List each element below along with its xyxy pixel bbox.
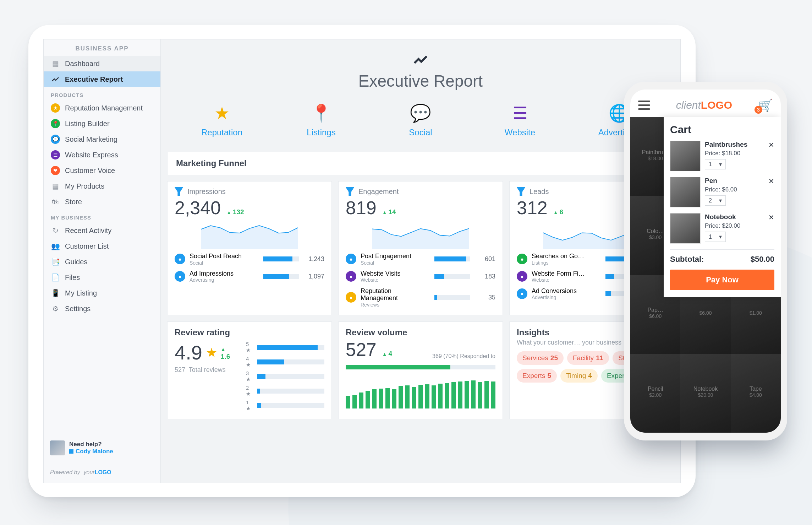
- sidebar-item-label: Executive Report: [65, 75, 123, 83]
- nav-icon: 📑: [51, 257, 60, 266]
- chevron-down-icon: ▾: [719, 233, 722, 240]
- volume-bar: [451, 382, 456, 408]
- sidebar-item-customer-voice[interactable]: ❤Customer Voice: [44, 163, 160, 178]
- tab-social[interactable]: 💬 Social: [396, 105, 445, 137]
- rating-bar: 1 ★: [246, 399, 324, 412]
- volume-bar: [465, 381, 469, 408]
- metric-big-value: 2,340: [175, 197, 221, 218]
- metric-label: Website VisitsWebsite: [361, 270, 430, 283]
- page-hero: Executive Report: [161, 39, 680, 96]
- sidebar-item-website-express[interactable]: ☰Website Express: [44, 147, 160, 163]
- remove-item-button[interactable]: ✕: [768, 213, 774, 222]
- cart-item-thumb: [670, 213, 701, 244]
- rating-delta: 1.6: [221, 345, 232, 361]
- sidebar-item-customer-list[interactable]: 👥Customer List: [44, 238, 160, 254]
- sidebar-item-guides[interactable]: 📑Guides: [44, 254, 160, 270]
- cart-item-qty[interactable]: 1▾: [705, 159, 726, 169]
- sidebar-item-reputation-management[interactable]: ★Reputation Management: [44, 100, 160, 116]
- metric-big-value: 312: [517, 197, 548, 218]
- help-question: Need help?: [69, 441, 113, 448]
- sidebar: BUSINESS APP ▦ Dashboard Executive Repor…: [44, 39, 161, 483]
- cart-item: Notebook Price: $20.00 1▾ ✕: [670, 213, 774, 244]
- metric-label: Social Post ReachSocial: [190, 253, 259, 266]
- funnel-card-engagement: Engagement 81914 ● Post EngagementSocial…: [338, 181, 503, 315]
- chevron-down-icon: ▾: [719, 197, 722, 204]
- metric-label: Searches on Go…Listings: [532, 253, 601, 266]
- sidebar-item-dashboard[interactable]: ▦ Dashboard: [44, 56, 160, 71]
- insight-pill[interactable]: Services 25: [517, 351, 564, 365]
- pay-now-button[interactable]: Pay Now: [670, 270, 774, 290]
- sidebar-item-label: Recent Activity: [65, 227, 111, 235]
- sidebar-item-listing-builder[interactable]: 📍Listing Builder: [44, 116, 160, 131]
- cart-item-price: Price: $6.00: [705, 186, 774, 193]
- tab-reputation[interactable]: ★ Reputation: [197, 105, 247, 137]
- nav-icon: 📄: [51, 273, 60, 282]
- main-content: Executive Report ★ Reputation📍 Listings💬…: [161, 39, 680, 483]
- sidebar-item-files[interactable]: 📄Files: [44, 270, 160, 285]
- trend-icon: [412, 52, 429, 68]
- insight-pill[interactable]: Experts 5: [517, 369, 557, 383]
- sidebar-item-label: Dashboard: [65, 60, 100, 68]
- sidebar-item-settings[interactable]: ⚙Settings: [44, 301, 160, 316]
- card-review-volume: Review volume 527 4 369 (70%) Responded …: [338, 321, 503, 419]
- cart-item-qty[interactable]: 1▾: [705, 232, 726, 242]
- hamburger-icon[interactable]: [638, 101, 650, 110]
- phone-screen: clientLOGO 🛒3 Paintbru…$18.00Colo…$3.00P…: [630, 90, 781, 433]
- sidebar-app-label: BUSINESS APP: [44, 39, 160, 56]
- volume-bar: [385, 388, 390, 409]
- cart-item-qty[interactable]: 2▾: [705, 195, 726, 206]
- metric-chip-icon: ●: [517, 271, 527, 282]
- product-tile[interactable]: Tape$4.00: [731, 354, 781, 433]
- sidebar-item-my-listing[interactable]: 📱My Listing: [44, 285, 160, 301]
- volume-value: 527: [346, 339, 377, 360]
- reputation-icon: ★: [197, 105, 247, 122]
- volume-bar: [445, 383, 449, 408]
- product-icon: ❤: [51, 166, 60, 175]
- rating-score: 4.9: [175, 341, 202, 364]
- sidebar-item-label: Social Marketing: [65, 135, 117, 144]
- metric-bar: [434, 274, 470, 279]
- cart-icon[interactable]: 🛒3: [758, 98, 773, 112]
- sidebar-item-label: Store: [65, 198, 82, 206]
- metric-chip-icon: ●: [346, 271, 356, 282]
- help-box[interactable]: Need help? Cody Malone: [44, 434, 160, 462]
- metric-chip-icon: ●: [517, 288, 527, 299]
- sidebar-item-store[interactable]: 🛍Store: [44, 194, 160, 210]
- sidebar-item-recent-activity[interactable]: ↻Recent Activity: [44, 223, 160, 238]
- metric-delta: 132: [226, 208, 244, 216]
- metric-chip-icon: ●: [346, 254, 356, 264]
- funnel-icon: [346, 187, 354, 196]
- sidebar-item-label: Guides: [65, 258, 87, 266]
- star-icon: ★: [206, 345, 217, 360]
- sidebar-item-social-marketing[interactable]: 💬Social Marketing: [44, 131, 160, 147]
- cart-item: Paintbrushes Price: $18.00 1▾ ✕: [670, 141, 774, 171]
- metric-delta: 6: [553, 208, 563, 216]
- metric-chip-icon: ●: [346, 292, 356, 303]
- subtotal-value: $50.00: [751, 255, 774, 264]
- metric-label: Reputation ManagementReviews: [361, 287, 430, 308]
- metric-row: ● Reputation ManagementReviews 35: [346, 285, 495, 310]
- cart-item-price: Price: $18.00: [705, 150, 774, 157]
- remove-item-button[interactable]: ✕: [768, 141, 774, 149]
- volume-bar: [372, 389, 377, 408]
- insight-pill[interactable]: Facility 11: [567, 351, 609, 365]
- sidebar-item-executive-report[interactable]: Executive Report: [44, 71, 160, 87]
- metric-value: 183: [474, 273, 495, 280]
- product-icon: ▦: [51, 182, 60, 191]
- card-title: Review volume: [346, 328, 495, 337]
- volume-delta: 4: [382, 350, 392, 358]
- cart-item-name: Notebook: [705, 213, 774, 221]
- tab-label: Listings: [296, 128, 346, 137]
- product-tile[interactable]: Pencil$2.00: [630, 354, 680, 433]
- sidebar-item-label: Reputation Management: [65, 104, 143, 112]
- tab-website[interactable]: ☰ Website: [495, 105, 545, 137]
- product-icon: 🛍: [51, 197, 60, 206]
- volume-bar: [405, 385, 410, 408]
- tab-label: Reputation: [197, 128, 247, 137]
- report-tabs: ★ Reputation📍 Listings💬 Social☰ Website🌐…: [161, 96, 680, 152]
- tab-listings[interactable]: 📍 Listings: [296, 105, 346, 137]
- product-tile[interactable]: Notebook$20.00: [680, 354, 730, 433]
- remove-item-button[interactable]: ✕: [768, 177, 774, 185]
- sidebar-item-my-products[interactable]: ▦My Products: [44, 178, 160, 194]
- insight-pill[interactable]: Timing 4: [560, 369, 598, 383]
